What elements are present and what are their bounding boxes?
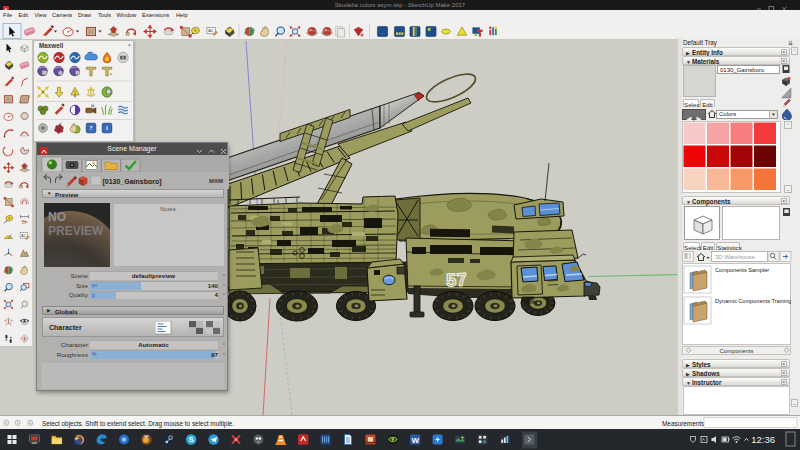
svg-text:NO: NO	[48, 210, 66, 224]
svg-text:Measurements: Measurements	[662, 420, 704, 427]
svg-text:Dynamic Components Training: Dynamic Components Training	[715, 298, 791, 304]
svg-text:i: i	[106, 124, 108, 131]
svg-text:S: S	[189, 435, 195, 444]
svg-text:3D Warehouse: 3D Warehouse	[715, 254, 755, 260]
svg-text:W: W	[411, 436, 419, 445]
svg-text:fd: fd	[91, 104, 94, 108]
svg-text:Components Sampler: Components Sampler	[715, 267, 769, 273]
svg-text:PREVIEW: PREVIEW	[48, 224, 104, 238]
svg-text:Select objects. Shift to exten: Select objects. Shift to extend select. …	[42, 420, 234, 428]
svg-text:21: 21	[22, 221, 26, 225]
svg-text:[0130_Gainsboro]: [0130_Gainsboro]	[102, 178, 161, 186]
svg-text:A1: A1	[208, 28, 214, 33]
svg-text:57: 57	[446, 269, 468, 290]
svg-text:A1: A1	[21, 234, 25, 238]
svg-text:?: ?	[89, 124, 92, 131]
svg-text:MXM: MXM	[209, 178, 223, 184]
